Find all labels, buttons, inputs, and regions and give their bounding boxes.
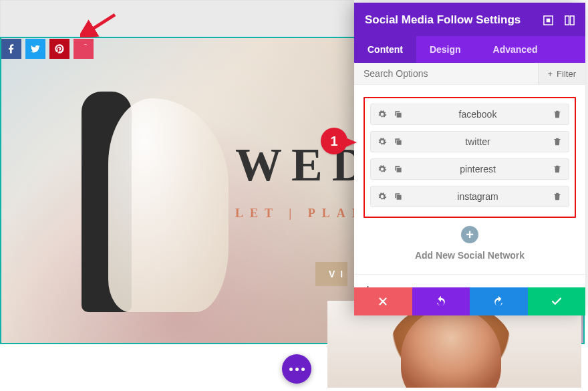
- trash-icon[interactable]: [553, 137, 562, 146]
- redo-icon: [492, 295, 504, 307]
- duplicate-icon[interactable]: [394, 137, 403, 146]
- add-network-row: + Add New Social Network: [363, 226, 576, 261]
- panel-header: Social Media Follow Settings: [354, 3, 585, 36]
- callout-pointer: [341, 136, 357, 149]
- hero-view-button[interactable]: VIE: [315, 262, 347, 286]
- filter-label: Filter: [557, 69, 576, 79]
- panel-action-bar: [354, 287, 585, 315]
- network-item[interactable]: pinterest: [370, 158, 569, 180]
- trash-icon[interactable]: [553, 164, 562, 174]
- gear-icon[interactable]: [378, 192, 387, 201]
- social-follow-module[interactable]: [1, 39, 94, 59]
- gear-icon[interactable]: [378, 164, 387, 174]
- gear-icon[interactable]: [378, 137, 387, 146]
- redo-button[interactable]: [470, 287, 528, 315]
- duplicate-icon[interactable]: [394, 164, 403, 174]
- duplicate-icon[interactable]: [394, 110, 403, 119]
- settings-panel: Social Media Follow Settings Content Des…: [354, 3, 585, 315]
- svg-rect-2: [546, 18, 550, 22]
- add-network-button[interactable]: +: [461, 226, 478, 243]
- panel-search-row: + Filter: [354, 63, 585, 85]
- filter-button[interactable]: + Filter: [538, 63, 585, 84]
- builder-fab[interactable]: [282, 354, 311, 384]
- tab-advanced[interactable]: Advanced: [474, 36, 551, 63]
- page-topbar: [0, 0, 354, 37]
- network-label: pinterest: [403, 164, 553, 174]
- trash-icon[interactable]: [553, 192, 562, 201]
- annotation-highlight-box: facebook twitter pintere: [363, 97, 576, 218]
- pinterest-icon[interactable]: [49, 39, 69, 59]
- panel-tabs: Content Design Advanced: [354, 36, 585, 63]
- tab-design[interactable]: Design: [416, 36, 474, 63]
- trash-icon[interactable]: [553, 110, 562, 119]
- annotation-callout-1: 1: [307, 128, 347, 156]
- network-label: facebook: [403, 109, 553, 120]
- instagram-icon[interactable]: [74, 39, 94, 59]
- network-item[interactable]: instagram: [370, 186, 569, 207]
- tab-content[interactable]: Content: [354, 36, 416, 63]
- network-item[interactable]: twitter: [370, 131, 569, 152]
- check-icon: [551, 295, 563, 307]
- svg-rect-4: [570, 15, 574, 24]
- facebook-icon[interactable]: [1, 39, 21, 59]
- undo-icon: [435, 295, 447, 307]
- expand-icon[interactable]: [564, 15, 575, 25]
- network-label: instagram: [403, 191, 553, 202]
- hero-photo: [68, 85, 222, 339]
- network-label: twitter: [403, 136, 553, 147]
- add-network-label: Add New Social Network: [415, 250, 525, 261]
- twitter-icon[interactable]: [25, 39, 45, 59]
- builder-canvas: WEDDI LET | PLAN YOU VIE Social Media Fo…: [0, 0, 588, 391]
- panel-title: Social Media Follow Settings: [365, 13, 521, 27]
- icon-accordion[interactable]: Icon ⌄: [354, 274, 585, 287]
- network-item[interactable]: facebook: [370, 104, 569, 125]
- gear-icon[interactable]: [378, 110, 387, 119]
- panel-body: facebook twitter pintere: [354, 85, 585, 287]
- search-input[interactable]: [354, 63, 538, 84]
- cancel-button[interactable]: [354, 287, 412, 315]
- undo-button[interactable]: [412, 287, 470, 315]
- snap-icon[interactable]: [543, 15, 553, 25]
- duplicate-icon[interactable]: [394, 192, 403, 201]
- save-button[interactable]: [528, 287, 586, 315]
- svg-line-0: [86, 15, 115, 33]
- plus-icon: +: [548, 69, 553, 79]
- svg-rect-3: [565, 15, 569, 24]
- close-icon: [377, 295, 389, 307]
- annotation-arrow: [80, 11, 120, 37]
